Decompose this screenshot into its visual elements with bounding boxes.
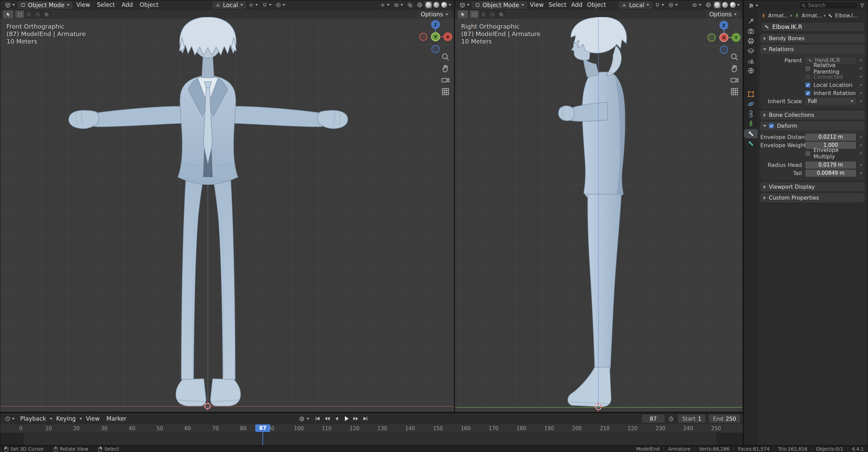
menu-keying[interactable]: Keying bbox=[53, 414, 79, 423]
mode-dropdown[interactable]: Object Mode bbox=[17, 1, 73, 9]
toggle-ortho-icon[interactable] bbox=[730, 87, 739, 96]
axis-neg-z[interactable] bbox=[720, 46, 728, 53]
decorator-dot[interactable] bbox=[860, 59, 862, 61]
tab-object[interactable] bbox=[744, 90, 758, 99]
menu-object[interactable]: Object bbox=[137, 0, 162, 10]
properties-search[interactable] bbox=[799, 2, 857, 9]
proportional-editing-dropdown[interactable] bbox=[274, 1, 287, 9]
tab-tool[interactable] bbox=[744, 17, 758, 26]
menu-add[interactable]: Add bbox=[569, 0, 584, 10]
tab-bone-constraints[interactable] bbox=[744, 139, 758, 148]
shading-solid-button[interactable] bbox=[425, 1, 432, 9]
current-frame-field[interactable]: 87 bbox=[642, 415, 665, 423]
shading-rendered-button[interactable] bbox=[729, 1, 736, 9]
decorator-dot[interactable] bbox=[860, 76, 862, 78]
proportional-editing-dropdown[interactable] bbox=[667, 1, 680, 9]
chevron-down-icon[interactable] bbox=[737, 4, 740, 6]
mode-dropdown[interactable]: Object Mode bbox=[472, 1, 527, 9]
decorator-dot[interactable] bbox=[860, 136, 862, 138]
bone-name-field[interactable]: Elbow.IK.R bbox=[761, 22, 864, 32]
tab-bone[interactable] bbox=[744, 129, 758, 138]
jump-prev-keyframe-button[interactable] bbox=[323, 415, 331, 422]
editor-type-properties-icon[interactable] bbox=[747, 1, 760, 10]
shading-wireframe-button[interactable] bbox=[704, 1, 713, 9]
frame-end-field[interactable]: End 250 bbox=[709, 415, 740, 423]
panel-viewport-display[interactable]: Viewport Display bbox=[760, 182, 865, 191]
pivot-point-dropdown[interactable] bbox=[247, 1, 260, 9]
decorator-dot[interactable] bbox=[860, 172, 862, 174]
select-mode-intersect[interactable] bbox=[497, 11, 505, 18]
playhead-line[interactable] bbox=[262, 432, 263, 445]
decorator-dot[interactable] bbox=[860, 164, 862, 166]
envelope-multiply-checkbox[interactable] bbox=[805, 151, 810, 156]
breadcrumb-bone[interactable]: Elbow.I... bbox=[835, 13, 858, 19]
jump-to-end-button[interactable] bbox=[361, 415, 369, 422]
transform-orientation-dropdown[interactable]: Local bbox=[619, 1, 652, 9]
panel-bendy-bones[interactable]: Bendy Bones bbox=[760, 34, 865, 43]
keying-clock-button[interactable] bbox=[667, 415, 675, 422]
envelope-multiply-label[interactable]: Envelope Multiply bbox=[813, 147, 856, 160]
chevron-down-icon[interactable] bbox=[448, 4, 451, 6]
decorator-dot[interactable] bbox=[860, 67, 862, 69]
local-location-checkbox[interactable] bbox=[805, 82, 810, 88]
axis-neg-x[interactable] bbox=[420, 33, 427, 41]
select-mode-new[interactable] bbox=[470, 11, 479, 18]
character-model-front[interactable] bbox=[67, 17, 350, 409]
tab-output[interactable] bbox=[744, 36, 758, 46]
3d-cursor[interactable] bbox=[593, 402, 604, 412]
tail-field[interactable]: 0.00849 m bbox=[805, 170, 856, 177]
panel-deform[interactable]: Deform bbox=[760, 121, 865, 130]
menu-object[interactable]: Object bbox=[585, 0, 608, 10]
tab-scene[interactable] bbox=[744, 56, 758, 65]
zoom-icon[interactable] bbox=[730, 52, 739, 62]
overlays-dropdown[interactable] bbox=[690, 1, 703, 9]
camera-view-icon[interactable] bbox=[730, 75, 739, 85]
decorator-dot[interactable] bbox=[860, 100, 862, 102]
relative-parenting-checkbox[interactable] bbox=[805, 66, 810, 71]
transform-orientation-dropdown[interactable]: Local bbox=[212, 1, 246, 9]
viewport-front-canvas[interactable]: Front Orthographic (87) ModelEnd | Armat… bbox=[0, 19, 454, 412]
tab-physics[interactable] bbox=[744, 99, 758, 109]
decorator-dot[interactable] bbox=[860, 84, 862, 86]
xray-toggle[interactable] bbox=[406, 1, 414, 9]
breadcrumb-data[interactable]: Armat... bbox=[802, 13, 822, 19]
select-mode-subtract[interactable] bbox=[488, 11, 497, 18]
timeline-ruler[interactable]: 0102030405060708090100110120130140150160… bbox=[0, 424, 743, 433]
decorator-dot[interactable] bbox=[860, 92, 862, 94]
3d-cursor[interactable] bbox=[202, 401, 213, 411]
breadcrumb-object[interactable]: Armat... bbox=[768, 13, 789, 19]
tab-object-constraints[interactable] bbox=[744, 109, 758, 119]
active-tool-button[interactable] bbox=[458, 10, 468, 18]
tab-render[interactable] bbox=[744, 27, 758, 36]
menu-select[interactable]: Select bbox=[546, 0, 568, 10]
envelope-distance-field[interactable]: 0.0212 m bbox=[805, 134, 856, 141]
move-view-hand-icon[interactable] bbox=[441, 64, 450, 73]
move-view-hand-icon[interactable] bbox=[730, 64, 739, 73]
toggle-ortho-icon[interactable] bbox=[441, 87, 450, 96]
options-dropdown[interactable]: Options bbox=[417, 11, 451, 18]
filter-funnel-icon[interactable] bbox=[859, 3, 865, 8]
options-dropdown[interactable]: Options bbox=[706, 11, 740, 18]
character-model-side[interactable] bbox=[556, 17, 658, 409]
active-tool-button[interactable] bbox=[3, 10, 13, 18]
zoom-icon[interactable] bbox=[441, 52, 450, 62]
navigation-gizmo[interactable]: Z X Y bbox=[418, 19, 453, 54]
search-input[interactable] bbox=[808, 2, 849, 9]
overlays-dropdown[interactable] bbox=[392, 1, 405, 9]
menu-add[interactable]: Add bbox=[119, 0, 136, 10]
deform-checkbox[interactable] bbox=[769, 123, 774, 128]
shading-wireframe-button[interactable] bbox=[415, 1, 424, 9]
select-mode-extend[interactable] bbox=[479, 11, 488, 18]
radius-head-field[interactable]: 0.0179 m bbox=[805, 161, 856, 169]
axis-neg-z[interactable] bbox=[432, 45, 439, 53]
menu-marker[interactable]: Marker bbox=[103, 414, 130, 423]
axis-neg-y[interactable] bbox=[708, 34, 715, 41]
playhead-label[interactable]: 87 bbox=[255, 424, 270, 432]
shading-rendered-button[interactable] bbox=[441, 1, 448, 9]
gizmos-dropdown[interactable] bbox=[378, 1, 391, 9]
editor-type-3dview-icon[interactable] bbox=[3, 1, 17, 9]
select-mode-subtract[interactable] bbox=[33, 11, 42, 18]
editor-type-timeline-icon[interactable] bbox=[3, 415, 16, 423]
select-mode-new[interactable] bbox=[15, 11, 24, 18]
panel-custom-properties[interactable]: Custom Properties bbox=[760, 193, 865, 202]
